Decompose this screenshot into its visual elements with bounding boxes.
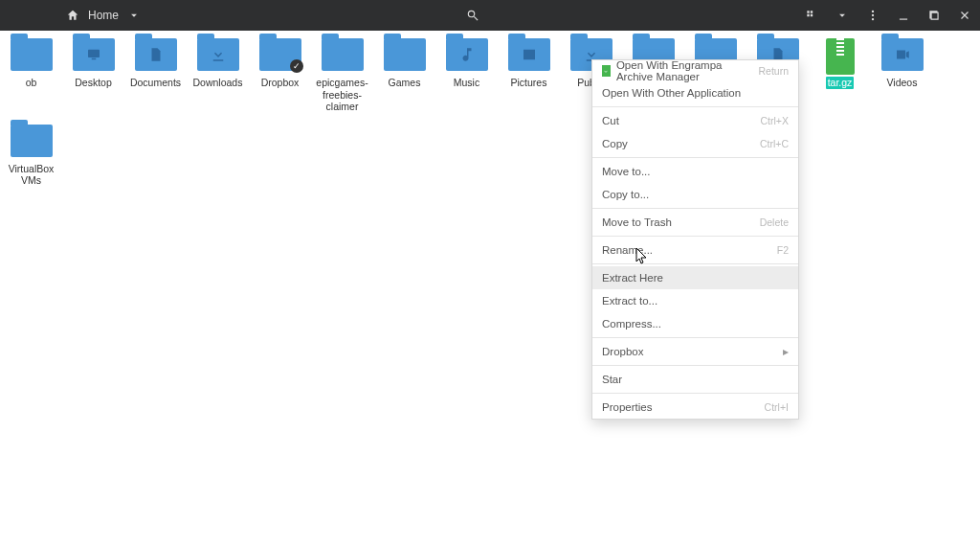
close-icon[interactable] bbox=[957, 8, 972, 23]
folder-item[interactable]: ✓Dropbox bbox=[249, 38, 311, 113]
menu-item[interactable]: Dropbox▸ bbox=[592, 340, 798, 363]
file-item-archive[interactable]: tar.gz bbox=[809, 38, 871, 113]
menu-item-label: Extract Here bbox=[602, 272, 663, 284]
folder-icon bbox=[73, 38, 115, 71]
menu-shortcut: Return bbox=[758, 65, 789, 77]
archive-icon bbox=[602, 65, 611, 77]
menu-item-label: Dropbox bbox=[602, 346, 643, 357]
menu-item-label: Copy bbox=[602, 138, 628, 149]
menu-separator bbox=[592, 236, 798, 237]
menu-item[interactable]: CutCtrl+X bbox=[592, 109, 798, 132]
more-vert-icon[interactable] bbox=[865, 8, 880, 23]
folder-item[interactable]: Videos bbox=[871, 38, 933, 113]
folder-icon bbox=[135, 38, 177, 71]
menu-separator bbox=[592, 337, 798, 338]
menu-separator bbox=[592, 106, 798, 107]
folder-icon bbox=[881, 38, 924, 71]
folder-icon bbox=[446, 38, 488, 71]
svg-point-2 bbox=[872, 18, 874, 20]
menu-item[interactable]: Compress... bbox=[592, 312, 798, 335]
folder-item[interactable]: Pictures bbox=[498, 38, 560, 113]
folder-item[interactable]: ob bbox=[0, 38, 62, 113]
submenu-arrow-icon: ▸ bbox=[783, 345, 789, 358]
menu-item-label: Properties bbox=[602, 401, 652, 413]
menu-item[interactable]: Extract to... bbox=[592, 289, 798, 312]
view-grid-icon[interactable] bbox=[804, 8, 819, 23]
folder-item[interactable]: Documents bbox=[124, 38, 187, 113]
search-icon[interactable] bbox=[465, 8, 480, 23]
menu-item[interactable]: Open With Engrampa Archive ManagerReturn bbox=[592, 60, 798, 81]
menu-shortcut: Ctrl+X bbox=[761, 115, 789, 126]
svg-point-1 bbox=[872, 14, 874, 16]
menu-separator bbox=[592, 208, 798, 209]
item-label: Videos bbox=[887, 77, 918, 89]
folder-item[interactable]: Downloads bbox=[187, 38, 249, 113]
folder-item[interactable]: VirtualBox VMs bbox=[0, 125, 62, 187]
menu-separator bbox=[592, 393, 798, 394]
menu-item-label: Open With Engrampa Archive Manager bbox=[616, 59, 759, 82]
svg-rect-4 bbox=[88, 50, 100, 57]
menu-shortcut: F2 bbox=[777, 244, 789, 256]
menu-separator bbox=[592, 263, 798, 264]
folder-item[interactable]: epicgames-freebies-claimer bbox=[311, 38, 373, 113]
breadcrumb-home[interactable]: Home bbox=[88, 9, 119, 22]
item-label: ob bbox=[26, 77, 37, 89]
menu-item[interactable]: PropertiesCtrl+I bbox=[592, 396, 798, 419]
item-label: Desktop bbox=[75, 77, 112, 89]
menu-item[interactable]: Move to... bbox=[592, 160, 798, 183]
menu-item-label: Open With Other Application bbox=[602, 87, 741, 99]
folder-icon bbox=[384, 38, 426, 71]
item-label: epicgames-freebies-claimer bbox=[311, 77, 373, 113]
folder-item[interactable]: Desktop bbox=[62, 38, 124, 113]
svg-point-0 bbox=[872, 11, 874, 12]
menu-separator bbox=[592, 365, 798, 366]
menu-item[interactable]: Open With Other Application bbox=[592, 81, 798, 104]
folder-icon bbox=[508, 38, 550, 71]
restore-icon[interactable] bbox=[926, 8, 942, 23]
folder-icon bbox=[11, 38, 53, 71]
menu-item-label: Move to... bbox=[602, 166, 651, 177]
menu-item-label: Extract to... bbox=[602, 295, 657, 307]
menu-item[interactable]: Star bbox=[592, 368, 798, 391]
file-grid: obDesktopDocumentsDownloads✓Dropboxepicg… bbox=[0, 31, 980, 198]
svg-rect-5 bbox=[91, 58, 96, 60]
menu-item-label: Compress... bbox=[602, 318, 661, 330]
sync-badge-icon: ✓ bbox=[290, 59, 303, 73]
menu-item-label: Cut bbox=[602, 115, 619, 126]
menu-item[interactable]: Rename...F2 bbox=[592, 239, 798, 262]
folder-item[interactable]: Music bbox=[435, 38, 498, 113]
folder-icon bbox=[11, 125, 53, 157]
folder-icon bbox=[322, 38, 364, 71]
item-label: Games bbox=[389, 77, 421, 89]
item-label: Music bbox=[454, 77, 479, 89]
chevron-down-icon[interactable] bbox=[835, 8, 850, 23]
svg-rect-3 bbox=[900, 19, 907, 20]
folder-icon: ✓ bbox=[259, 38, 301, 71]
folder-item[interactable]: Games bbox=[373, 38, 435, 113]
menu-shortcut: Ctrl+C bbox=[760, 138, 789, 149]
menu-item-label: Move to Trash bbox=[602, 216, 672, 228]
item-label: Dropbox bbox=[261, 77, 300, 89]
menu-shortcut: Ctrl+I bbox=[765, 401, 789, 413]
item-label: tar.gz bbox=[826, 77, 855, 89]
menu-item[interactable]: CopyCtrl+C bbox=[592, 132, 798, 155]
item-label: Pictures bbox=[511, 77, 547, 89]
window-titlebar: Home bbox=[0, 0, 980, 31]
mouse-cursor bbox=[635, 247, 649, 266]
item-label: Documents bbox=[130, 77, 181, 89]
menu-item-label: Copy to... bbox=[602, 189, 649, 200]
context-menu: Open With Engrampa Archive ManagerReturn… bbox=[591, 59, 799, 420]
menu-item[interactable]: Extract Here bbox=[592, 266, 798, 289]
item-label: VirtualBox VMs bbox=[0, 163, 62, 187]
menu-separator bbox=[592, 157, 798, 158]
archive-icon bbox=[826, 38, 855, 75]
menu-item[interactable]: Move to TrashDelete bbox=[592, 211, 798, 234]
menu-item-label: Star bbox=[602, 374, 622, 385]
minimize-icon[interactable] bbox=[896, 8, 911, 23]
folder-icon bbox=[197, 38, 239, 71]
chevron-down-icon[interactable] bbox=[126, 8, 142, 23]
item-label: Downloads bbox=[193, 77, 243, 89]
home-icon bbox=[65, 8, 80, 23]
menu-item[interactable]: Copy to... bbox=[592, 183, 798, 206]
menu-shortcut: Delete bbox=[760, 216, 789, 228]
